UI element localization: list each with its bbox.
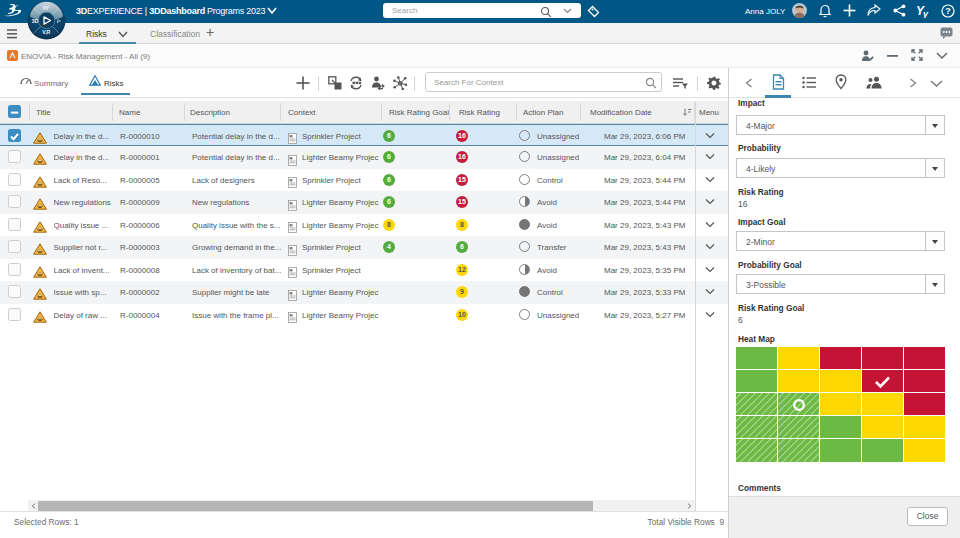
svg-text:?: ? [945,6,951,16]
svg-text:V,R: V,R [42,29,50,35]
svg-text:γγ: γγ [43,4,50,10]
svg-text:3D: 3D [32,18,39,24]
svg-text:i³: i³ [57,18,60,24]
svg-text:y: y [922,9,929,18]
